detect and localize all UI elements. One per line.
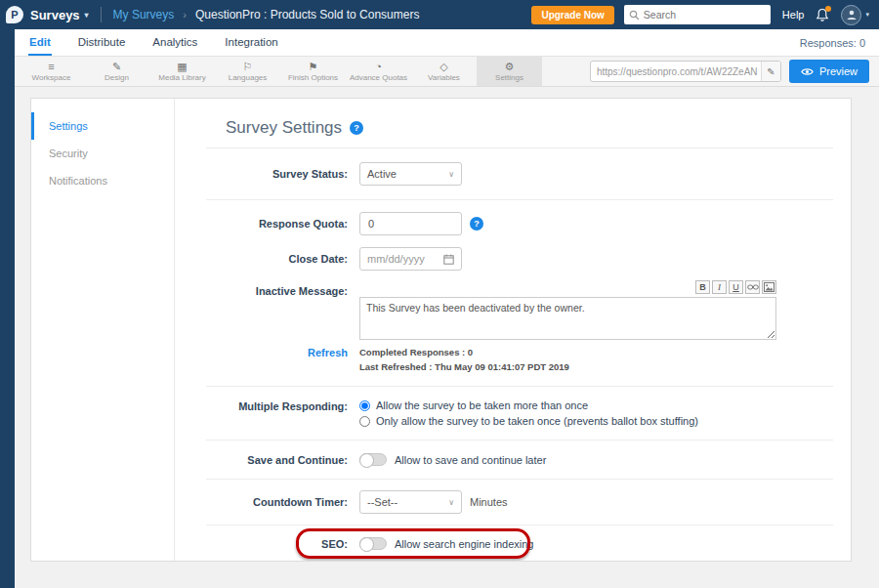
tab-distribute[interactable]: Distribute bbox=[77, 29, 127, 56]
settings-main: Survey Settings ? Survey Status: Active … bbox=[175, 99, 851, 561]
countdown-timer-label: Countdown Timer: bbox=[206, 496, 348, 508]
tab-analytics[interactable]: Analytics bbox=[151, 29, 198, 56]
advance-quotas-icon: ◔ bbox=[375, 61, 382, 72]
radio-input-only-once[interactable] bbox=[359, 416, 370, 427]
toolbar-item-languages[interactable]: ⚐ Languages bbox=[215, 57, 280, 86]
settings-panel: Settings Security Notifications Survey S… bbox=[30, 98, 852, 562]
person-icon bbox=[846, 9, 858, 21]
search-box[interactable] bbox=[624, 5, 771, 24]
multiple-responding-row: Multiple Responding: Allow the survey to… bbox=[206, 387, 833, 441]
toolbar-item-design[interactable]: ✎ Design bbox=[84, 57, 149, 86]
design-icon: ✎ bbox=[112, 61, 121, 72]
settings-sidebar: Settings Security Notifications bbox=[31, 99, 175, 561]
tab-integration[interactable]: Integration bbox=[224, 29, 278, 56]
workspace-icon: ≡ bbox=[48, 61, 54, 72]
variables-icon: ◇ bbox=[440, 61, 447, 72]
toolbar-item-workspace[interactable]: ≡ Workspace bbox=[19, 57, 84, 86]
media-library-icon: ▦ bbox=[177, 61, 187, 72]
responses-count[interactable]: Responses: 0 bbox=[800, 29, 865, 56]
save-continue-row: Save and Continue: Allow to save and con… bbox=[206, 441, 833, 480]
content-area: Settings Security Notifications Survey S… bbox=[15, 87, 879, 588]
chevron-down-icon: ∨ bbox=[448, 498, 454, 507]
survey-url-box: https://questionpro.com/t/AW22ZeAN ✎ bbox=[590, 61, 781, 82]
questionpro-logo[interactable]: P bbox=[6, 6, 23, 23]
seo-row: SEO: Allow search engine indexing bbox=[206, 525, 833, 561]
sidebar-item-notifications[interactable]: Notifications bbox=[31, 167, 174, 194]
save-continue-label: Save and Continue: bbox=[206, 454, 348, 466]
multiple-responding-label: Multiple Responding: bbox=[206, 399, 348, 427]
countdown-minutes-text: Minutes bbox=[470, 496, 508, 508]
sidebar-item-settings[interactable]: Settings bbox=[31, 112, 174, 140]
survey-url[interactable]: https://questionpro.com/t/AW22ZeAN bbox=[591, 66, 761, 77]
edit-url-pencil-icon[interactable]: ✎ bbox=[761, 62, 780, 81]
radio-input-multiple-allowed[interactable] bbox=[359, 400, 370, 411]
response-quota-input[interactable] bbox=[359, 212, 462, 235]
inactive-message-textarea[interactable]: This Survey has been deactivated by the … bbox=[359, 297, 776, 340]
bold-button[interactable]: B bbox=[695, 280, 710, 294]
upgrade-now-button[interactable]: Upgrade Now bbox=[531, 6, 613, 24]
radio-only-once[interactable]: Only allow the survey to be taken once (… bbox=[359, 415, 698, 427]
countdown-timer-select[interactable]: --Set-- ∨ bbox=[359, 490, 462, 514]
underline-button[interactable]: U bbox=[729, 280, 743, 294]
survey-status-select[interactable]: Active ∨ bbox=[359, 162, 462, 186]
main-tabs: Edit Distribute Analytics Integration bbox=[28, 29, 279, 56]
response-quota-row: Response Quota: ? bbox=[206, 200, 833, 241]
seo-toggle[interactable] bbox=[359, 537, 387, 550]
close-date-label: Close Date: bbox=[206, 253, 348, 265]
message-format-toolbar: B I U bbox=[359, 280, 776, 294]
seo-text: Allow search engine indexing bbox=[395, 538, 533, 550]
help-link[interactable]: Help bbox=[782, 9, 805, 21]
save-continue-text: Allow to save and continue later bbox=[395, 454, 546, 466]
close-date-input[interactable]: mm/dd/yyyy bbox=[359, 247, 462, 271]
topbar: P Surveys ▾ My Surveys › QuestionPro : P… bbox=[0, 0, 879, 29]
save-continue-toggle[interactable] bbox=[359, 453, 387, 466]
avatar-caret-icon[interactable]: ▾ bbox=[865, 11, 869, 19]
breadcrumb-my-surveys[interactable]: My Surveys bbox=[113, 8, 175, 21]
notifications-bell-icon[interactable] bbox=[816, 8, 829, 22]
toolbar-item-finish-options[interactable]: ⚑ Finish Options bbox=[280, 57, 346, 86]
title-help-icon[interactable]: ? bbox=[350, 121, 363, 135]
survey-status-label: Survey Status: bbox=[206, 168, 348, 180]
italic-button[interactable]: I bbox=[712, 280, 727, 294]
countdown-timer-row: Countdown Timer: --Set-- ∨ Minutes bbox=[206, 480, 833, 525]
breadcrumb-separator-icon: › bbox=[183, 9, 187, 21]
last-refreshed-text: Last Refreshed : Thu May 09 01:41:07 PDT… bbox=[359, 360, 569, 375]
toolbar-item-media-library[interactable]: ▦ Media Library bbox=[149, 57, 215, 86]
finish-options-icon: ⚑ bbox=[309, 61, 318, 72]
refresh-label-col: Refresh bbox=[206, 346, 348, 374]
sidebar-item-security[interactable]: Security bbox=[31, 140, 174, 167]
inactive-message-row: Inactive Message: B I U bbox=[206, 276, 833, 344]
calendar-icon bbox=[443, 254, 454, 265]
user-avatar[interactable] bbox=[841, 5, 861, 25]
search-icon bbox=[629, 10, 640, 21]
refresh-link[interactable]: Refresh bbox=[308, 347, 348, 358]
page-title: Survey Settings bbox=[226, 118, 342, 138]
surveys-menu-label: Surveys bbox=[30, 8, 80, 22]
radio-multiple-allowed[interactable]: Allow the survey to be taken more than o… bbox=[359, 399, 588, 411]
nav-row: Edit Distribute Analytics Integration Re… bbox=[15, 29, 879, 57]
seo-label: SEO: bbox=[206, 538, 348, 550]
inactive-message-label: Inactive Message: bbox=[206, 280, 348, 340]
image-icon bbox=[764, 282, 774, 292]
surveys-menu[interactable]: Surveys ▾ bbox=[30, 8, 89, 22]
link-button[interactable] bbox=[745, 280, 760, 294]
tab-edit[interactable]: Edit bbox=[28, 29, 52, 56]
left-edge-strip bbox=[0, 0, 15, 588]
survey-toolbar: ≡ Workspace ✎ Design ▦ Media Library ⚐ L… bbox=[15, 57, 879, 87]
image-button[interactable] bbox=[762, 280, 776, 294]
toolbar-item-advance-quotas[interactable]: ◔ Advance Quotas bbox=[346, 57, 411, 86]
eye-icon bbox=[801, 67, 814, 76]
languages-icon: ⚐ bbox=[243, 61, 253, 72]
settings-gear-icon: ⚙ bbox=[505, 61, 515, 72]
survey-status-row: Survey Status: Active ∨ bbox=[206, 148, 833, 200]
completed-responses-text: Completed Responses : 0 bbox=[359, 346, 473, 360]
toolbar-item-settings[interactable]: ⚙ Settings bbox=[477, 57, 542, 86]
survey-title: QuestionPro : Products Sold to Consumers bbox=[195, 8, 419, 21]
search-input[interactable] bbox=[644, 9, 766, 21]
toolbar-item-variables[interactable]: ◇ Variables bbox=[411, 57, 477, 86]
preview-button[interactable]: Preview bbox=[789, 60, 869, 83]
close-date-row: Close Date: mm/dd/yyyy bbox=[206, 241, 833, 276]
quota-help-icon[interactable]: ? bbox=[470, 217, 483, 231]
toolbar-right: https://questionpro.com/t/AW22ZeAN ✎ Pre… bbox=[590, 57, 879, 86]
chevron-down-icon: ∨ bbox=[448, 170, 454, 179]
